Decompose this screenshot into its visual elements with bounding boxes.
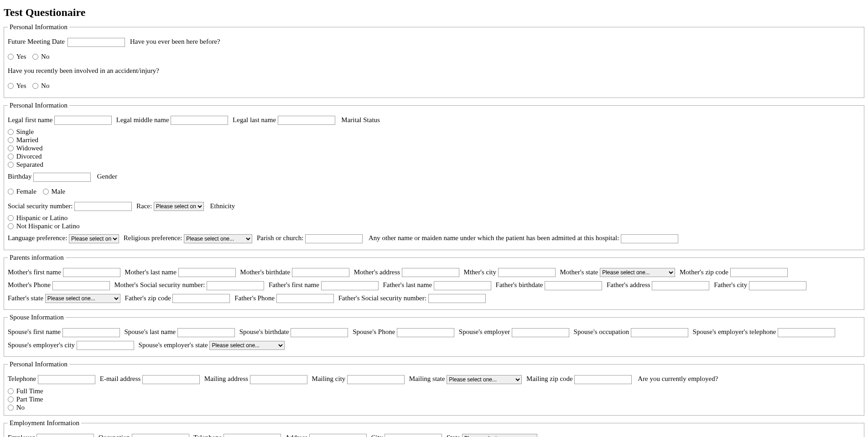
label-email: E-mail address bbox=[100, 375, 141, 382]
label-father-first: Father's first name bbox=[269, 281, 319, 288]
father-state-select[interactable]: Please select one... bbox=[45, 294, 120, 303]
label-telephone: Telephone bbox=[8, 375, 36, 382]
radio-been-before-no[interactable] bbox=[32, 54, 38, 60]
radio-eth-hispanic[interactable] bbox=[8, 215, 14, 221]
label-spouse-emp-city: Spouse's employer's city bbox=[8, 341, 75, 349]
legend-parents: Parents information bbox=[8, 254, 66, 262]
label-spouse-first: Spouse's first name bbox=[8, 328, 61, 335]
mailing-city-input[interactable] bbox=[347, 375, 405, 384]
label-mother-last: Mother's last name bbox=[125, 268, 177, 276]
mother-phone-input[interactable] bbox=[52, 281, 110, 290]
emp-city-input[interactable] bbox=[385, 434, 442, 437]
legal-middle-name-input[interactable] bbox=[171, 116, 228, 125]
mother-ssn-input[interactable] bbox=[207, 281, 264, 290]
spouse-first-input[interactable] bbox=[62, 328, 120, 337]
father-zip-input[interactable] bbox=[172, 294, 230, 303]
father-ssn-input[interactable] bbox=[428, 294, 486, 303]
employer-input[interactable] bbox=[36, 434, 94, 437]
label-spouse-last: Spouse's last name bbox=[125, 328, 176, 335]
label-yes-2: Yes bbox=[16, 82, 26, 89]
father-phone-input[interactable] bbox=[276, 294, 334, 303]
label-eth-not-hispanic: Not Hispanic or Latino bbox=[16, 222, 80, 230]
spouse-phone-input[interactable] bbox=[397, 328, 454, 337]
label-spouse-occupation: Spouse's occupation bbox=[574, 328, 629, 335]
radio-accident-no[interactable] bbox=[32, 83, 38, 89]
radio-gender-female[interactable] bbox=[8, 189, 14, 195]
legal-last-name-input[interactable] bbox=[278, 116, 335, 125]
label-religious-pref: Religious preference: bbox=[124, 234, 182, 242]
label-spouse-birth: Spouse's birthdate bbox=[239, 328, 289, 335]
spouse-emp-tel-input[interactable] bbox=[778, 328, 835, 337]
mother-last-input[interactable] bbox=[178, 268, 236, 277]
label-father-birth: Father's birthdate bbox=[496, 281, 543, 288]
other-name-input[interactable] bbox=[621, 234, 678, 243]
radio-gender-male[interactable] bbox=[43, 189, 49, 195]
label-spouse-phone: Spouse's Phone bbox=[353, 328, 395, 335]
radio-marital-separated[interactable] bbox=[8, 162, 14, 168]
fieldset-personal-2: Personal Information Legal first name Le… bbox=[4, 102, 864, 250]
mother-state-select[interactable]: Please select one... bbox=[600, 268, 675, 277]
father-addr-input[interactable] bbox=[652, 281, 709, 290]
page-title: Test Questionaire bbox=[4, 6, 864, 19]
father-last-input[interactable] bbox=[434, 281, 491, 290]
emp-address-input[interactable] bbox=[309, 434, 367, 437]
label-father-phone: Father's Phone bbox=[234, 294, 275, 302]
radio-marital-married[interactable] bbox=[8, 137, 14, 143]
occupation-input[interactable] bbox=[132, 434, 189, 437]
ssn-input[interactable] bbox=[74, 202, 132, 211]
birthday-input[interactable] bbox=[33, 173, 91, 182]
religious-pref-select[interactable]: Please select one... bbox=[184, 234, 252, 243]
radio-been-before-yes[interactable] bbox=[8, 54, 14, 60]
radio-eth-not-hispanic[interactable] bbox=[8, 223, 14, 229]
label-marital-married: Married bbox=[16, 136, 38, 144]
label-language-pref: Language preference: bbox=[8, 234, 67, 242]
radio-marital-widowed[interactable] bbox=[8, 145, 14, 151]
spouse-emp-city-input[interactable] bbox=[77, 341, 134, 350]
legend-personal-2: Personal Information bbox=[8, 102, 69, 109]
radio-marital-single[interactable] bbox=[8, 129, 14, 135]
language-pref-select[interactable]: Please select one... bbox=[69, 234, 119, 243]
email-input[interactable] bbox=[142, 375, 200, 384]
radio-emp-full[interactable] bbox=[8, 388, 14, 394]
label-employer: Employer bbox=[8, 434, 35, 437]
telephone-input[interactable] bbox=[38, 375, 95, 384]
fieldset-employment: Employment Information Employer Occupati… bbox=[4, 419, 864, 437]
label-birthday: Birthday bbox=[8, 173, 32, 180]
label-eth-hispanic: Hispanic or Latino bbox=[16, 214, 68, 221]
label-mailing-addr: Mailing address bbox=[204, 375, 248, 382]
legend-spouse: Spouse Information bbox=[8, 314, 66, 321]
spouse-occupation-input[interactable] bbox=[631, 328, 688, 337]
spouse-employer-input[interactable] bbox=[512, 328, 569, 337]
legal-first-name-input[interactable] bbox=[54, 116, 112, 125]
parish-input[interactable] bbox=[305, 234, 363, 243]
label-mailing-state: Mailing state bbox=[409, 375, 445, 382]
mother-birth-input[interactable] bbox=[292, 268, 349, 277]
label-race: Race: bbox=[136, 202, 152, 210]
mailing-addr-input[interactable] bbox=[250, 375, 307, 384]
father-city-input[interactable] bbox=[749, 281, 806, 290]
label-father-last: Father's last name bbox=[383, 281, 432, 288]
spouse-birth-input[interactable] bbox=[291, 328, 348, 337]
label-emp-address: Address bbox=[285, 434, 307, 437]
radio-marital-divorced[interactable] bbox=[8, 154, 14, 159]
radio-accident-yes[interactable] bbox=[8, 83, 14, 89]
label-emp-full: Full Time bbox=[16, 387, 43, 395]
emp-state-select[interactable]: Please select one... bbox=[462, 434, 537, 437]
label-no-1: No bbox=[41, 53, 49, 60]
radio-emp-part[interactable] bbox=[8, 396, 14, 402]
label-father-ssn: Father's Social security number: bbox=[338, 294, 426, 302]
radio-emp-no[interactable] bbox=[8, 405, 14, 411]
mailing-state-select[interactable]: Please select one... bbox=[447, 375, 522, 384]
emp-telephone-input[interactable] bbox=[223, 434, 281, 437]
mother-addr-input[interactable] bbox=[402, 268, 459, 277]
race-select[interactable]: Please select one... bbox=[154, 202, 204, 211]
future-meeting-date-input[interactable] bbox=[68, 38, 125, 47]
mother-city-input[interactable] bbox=[498, 268, 556, 277]
mailing-zip-input[interactable] bbox=[574, 375, 632, 384]
father-birth-input[interactable] bbox=[545, 281, 602, 290]
spouse-emp-state-select[interactable]: Please select one... bbox=[209, 341, 285, 350]
mother-zip-input[interactable] bbox=[730, 268, 788, 277]
mother-first-input[interactable] bbox=[63, 268, 120, 277]
spouse-last-input[interactable] bbox=[177, 328, 235, 337]
father-first-input[interactable] bbox=[321, 281, 379, 290]
